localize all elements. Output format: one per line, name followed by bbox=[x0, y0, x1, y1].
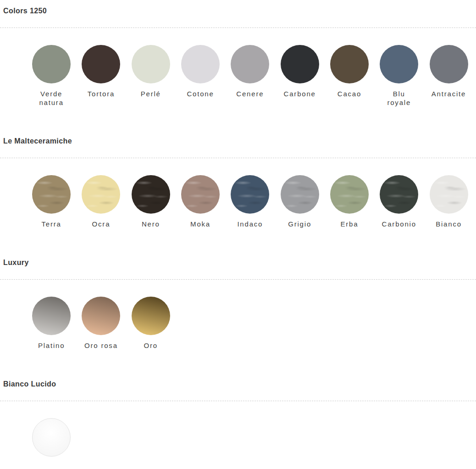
swatch-cell-ocra: Ocra bbox=[76, 175, 126, 228]
swatch-label: Terra bbox=[42, 220, 61, 228]
swatch-cell-bianco: Bianco bbox=[424, 175, 473, 228]
swatch-cell-perle: Perlé bbox=[126, 45, 176, 107]
swatch-cell-oro: Oro bbox=[126, 297, 176, 350]
swatch-label: Carbone bbox=[284, 89, 316, 98]
swatch-label: Grigio bbox=[288, 220, 311, 228]
swatch-circle-nero[interactable] bbox=[132, 175, 170, 214]
swatch-label: Perlé bbox=[141, 89, 161, 98]
swatch-row: PlatinoOro rosaOro bbox=[27, 297, 476, 350]
swatch-circle-blu-royale[interactable] bbox=[380, 45, 418, 83]
swatch-label: Tortora bbox=[88, 89, 115, 98]
swatch-circle-platino[interactable] bbox=[32, 297, 71, 335]
color-configurator: Colors 1250Verde naturaTortoraPerléCoton… bbox=[0, 0, 476, 469]
swatch-cell-oro-rosa: Oro rosa bbox=[76, 297, 126, 350]
swatch-circle-carbonio[interactable] bbox=[380, 175, 418, 214]
swatch-cell-cotone: Cotone bbox=[176, 45, 225, 107]
swatch-circle-ocra[interactable] bbox=[82, 175, 120, 214]
swatch-circle-moka[interactable] bbox=[181, 175, 220, 214]
swatch-cell-grigio: Grigio bbox=[275, 175, 324, 228]
swatch-label: Cacao bbox=[338, 89, 361, 98]
swatch-label: Blu royale bbox=[387, 89, 411, 107]
section-title: Bianco Lucido bbox=[3, 380, 476, 388]
swatch-circle-oro-rosa[interactable] bbox=[82, 297, 120, 335]
swatch-label: Erba bbox=[340, 220, 358, 228]
swatch-label: Bianco bbox=[436, 220, 462, 228]
swatch-cell-terra: Terra bbox=[27, 175, 76, 228]
swatch-circle-cacao[interactable] bbox=[330, 45, 369, 83]
swatch-cell-moka: Moka bbox=[176, 175, 225, 228]
swatch-cell-platino: Platino bbox=[27, 297, 76, 350]
swatch-circle-carbone[interactable] bbox=[281, 45, 319, 83]
swatch-circle-verde-natura[interactable] bbox=[32, 45, 71, 83]
section-luxury: LuxuryPlatinoOro rosaOro bbox=[0, 259, 476, 380]
section-bianco-lucido: Bianco Lucido bbox=[0, 380, 476, 469]
swatch-label: Cenere bbox=[236, 89, 264, 98]
swatch-label: Moka bbox=[190, 220, 210, 228]
swatch-label: Indaco bbox=[237, 220, 263, 228]
swatch-circle-erba[interactable] bbox=[330, 175, 369, 214]
swatch-cell-cacao: Cacao bbox=[325, 45, 374, 107]
swatch-cell-nero: Nero bbox=[126, 175, 176, 228]
swatch-label: Antracite bbox=[432, 89, 466, 98]
section-divider bbox=[0, 28, 476, 28]
swatch-cell-cenere: Cenere bbox=[225, 45, 275, 107]
swatch-cell-tortora: Tortora bbox=[76, 45, 126, 107]
swatch-circle-grigio[interactable] bbox=[281, 175, 319, 214]
swatch-row: Verde naturaTortoraPerléCotoneCenereCarb… bbox=[27, 45, 476, 107]
swatch-label: Verde natura bbox=[39, 89, 63, 107]
swatch-cell-carbone: Carbone bbox=[275, 45, 324, 107]
swatch-label: Nero bbox=[142, 220, 160, 228]
swatch-circle-terra[interactable] bbox=[32, 175, 71, 214]
swatch-cell-indaco: Indaco bbox=[225, 175, 275, 228]
section-divider bbox=[0, 158, 476, 158]
section-title: Le Malteceramiche bbox=[3, 137, 476, 145]
swatch-circle-indaco[interactable] bbox=[231, 175, 269, 214]
section-title: Colors 1250 bbox=[3, 0, 476, 15]
swatch-cell-verde-natura: Verde natura bbox=[27, 45, 76, 107]
swatch-label: Cotone bbox=[187, 89, 214, 98]
swatch-circle-perle[interactable] bbox=[132, 45, 170, 83]
swatch-label: Carbonio bbox=[382, 220, 416, 228]
section-title: Luxury bbox=[3, 259, 476, 266]
section-divider bbox=[0, 279, 476, 280]
swatch-circle-bianco-lucido[interactable] bbox=[32, 418, 71, 457]
swatch-circle-cenere[interactable] bbox=[231, 45, 269, 83]
swatch-row: TerraOcraNeroMokaIndacoGrigioErbaCarboni… bbox=[27, 175, 476, 228]
swatch-circle-antracite[interactable] bbox=[430, 45, 468, 83]
swatch-circle-oro[interactable] bbox=[132, 297, 170, 335]
swatch-label: Ocra bbox=[92, 220, 111, 228]
swatch-cell-antracite: Antracite bbox=[424, 45, 473, 107]
swatch-cell-blu-royale: Blu royale bbox=[374, 45, 424, 107]
swatch-cell-bianco-lucido bbox=[27, 418, 76, 457]
section-divider bbox=[0, 401, 476, 401]
swatch-circle-tortora[interactable] bbox=[82, 45, 120, 83]
swatch-cell-erba: Erba bbox=[325, 175, 374, 228]
swatch-row bbox=[27, 418, 476, 457]
section-le-malteceramiche: Le MalteceramicheTerraOcraNeroMokaIndaco… bbox=[0, 137, 476, 259]
swatch-label: Oro rosa bbox=[84, 341, 118, 350]
swatch-label: Platino bbox=[38, 341, 65, 350]
section-colors-1250: Colors 1250Verde naturaTortoraPerléCoton… bbox=[0, 0, 476, 137]
swatch-circle-cotone[interactable] bbox=[181, 45, 220, 83]
swatch-cell-carbonio: Carbonio bbox=[374, 175, 424, 228]
swatch-circle-bianco[interactable] bbox=[430, 175, 468, 214]
swatch-label: Oro bbox=[144, 341, 158, 350]
